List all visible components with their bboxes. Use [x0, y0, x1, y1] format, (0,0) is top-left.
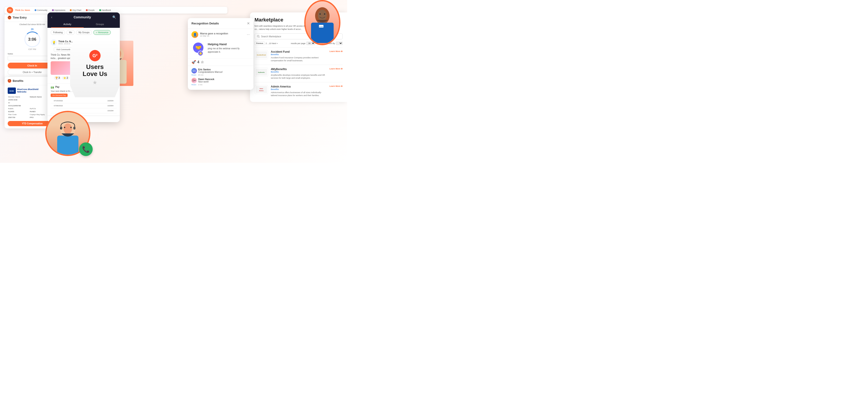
- prev-page-button[interactable]: Previous: [254, 41, 265, 45]
- svg-point-15: [70, 127, 72, 128]
- 4mybenefits-logo: 4myBenefits: [254, 68, 268, 77]
- comment-section: ES Eric Santos Congratulations Marcus! R…: [188, 66, 253, 90]
- svg-rect-12: [57, 135, 79, 155]
- admin-america-logo: Admin America: [254, 85, 268, 94]
- comment-2-text: Nice work!: [198, 81, 214, 83]
- market-item-3-desc: AdminAmerica offers businesses of all si…: [271, 91, 327, 97]
- filter-tabs: Following Me My Groups ✓ Announce: [48, 28, 120, 37]
- comment-2-time: 2 min: [198, 84, 203, 86]
- g2-logo: G²: [89, 50, 101, 61]
- recognition-reactions: 🚀 4 ☆: [188, 58, 253, 66]
- market-item-3-info: Admin America Benefits AdminAmerica offe…: [271, 85, 327, 97]
- nav-item-orgchart[interactable]: Org Chart: [68, 8, 83, 12]
- clock-number: 26: [31, 28, 33, 31]
- filter-me[interactable]: Me: [66, 30, 74, 35]
- svg-rect-18: [60, 128, 61, 129]
- recognition-date: on Mar 15: [200, 35, 228, 37]
- badge-name: Helping Hand: [208, 42, 250, 46]
- pagination: Previous 2 ...10 Next »: [254, 41, 278, 45]
- activity-row-2: 07/08/2022 102004: [51, 103, 117, 108]
- svg-text:4myBenefits: 4myBenefits: [258, 72, 265, 73]
- svg-point-2: [257, 35, 259, 37]
- reaction-emoji: 🚀: [191, 60, 196, 64]
- rx-bin-value: 610455: [8, 111, 29, 113]
- nav-item-people[interactable]: People: [85, 8, 96, 12]
- giver-avatar: 👤: [191, 31, 198, 38]
- per-page-label: results per page: [291, 42, 306, 44]
- benefits-title: Benefits: [13, 80, 23, 83]
- svg-rect-8: [256, 86, 267, 93]
- svg-point-13: [64, 123, 72, 134]
- svg-rect-17: [73, 127, 75, 130]
- recognition-message: ping me at the webinar event lly appreci…: [208, 47, 250, 54]
- svg-point-25: [319, 13, 321, 15]
- community-header: ‹ Community 🔍 Activity Groups: [48, 12, 120, 28]
- market-item-1-learn-more[interactable]: Learn More ⊕: [329, 50, 343, 53]
- shield-icon: ⏱: [8, 16, 11, 20]
- tab-activity[interactable]: Activity: [51, 21, 84, 28]
- market-item-3-learn-more[interactable]: Learn More ⊕: [329, 85, 343, 87]
- page-range: 2 ...10 Next »: [266, 42, 278, 44]
- community-title: Community: [74, 15, 91, 19]
- comment-2-react[interactable]: React: [191, 84, 196, 86]
- star-icon: ☆: [201, 60, 204, 64]
- giver-name: Marna gave a recognition: [200, 32, 228, 35]
- market-item-3-category: Benefits: [271, 88, 327, 90]
- accident-fund-logo: AccidentFund: [254, 50, 268, 59]
- market-item-2-learn-more[interactable]: Learn More ⊕: [329, 68, 343, 70]
- bc-logo-badge: BCBS: [8, 88, 16, 94]
- helping-hand-badge: 🤝 🌟: [191, 42, 205, 56]
- ann-logo: 💡: [51, 39, 57, 46]
- comment-item-1: ES Eric Santos Congratulations Marcus! R…: [191, 68, 250, 76]
- nav-item-impressions[interactable]: Impressions: [51, 8, 67, 12]
- nav-logo: TC: [7, 7, 13, 13]
- filter-mygroups[interactable]: My Groups: [76, 30, 92, 35]
- more-options-icon[interactable]: ···: [247, 33, 250, 37]
- filter-announce[interactable]: ✓ Announce: [93, 30, 111, 35]
- community-tabs: Activity Groups: [51, 21, 116, 28]
- comment-1-author: Eric Santos: [198, 68, 223, 71]
- market-item-1-name: Accident Fund: [271, 50, 327, 53]
- on-demand-pay-button[interactable]: On Demand Pay: [51, 94, 68, 97]
- tab-groups[interactable]: Groups: [84, 21, 116, 28]
- recognition-badge-info: Helping Hand ping me at the webinar even…: [208, 42, 250, 54]
- market-item-2: 4myBenefits 4MyBenefits Benefits 4myBene…: [254, 65, 343, 82]
- market-item-1-desc: Accident Fund Insurance Company provides…: [271, 56, 327, 62]
- svg-point-14: [64, 127, 65, 128]
- badge-text: Users Love Us: [83, 64, 107, 77]
- clock-timezone: CST PM: [29, 48, 36, 51]
- comment-item-2: DH Dawn Hancock Nice work! React 2 min: [191, 78, 250, 86]
- recognition-badge-area: 🤝 🌟 Helping Hand ping me at the webinar …: [188, 40, 253, 58]
- comment-1-time: 20 min: [198, 74, 204, 76]
- filter-following[interactable]: Following: [51, 30, 65, 35]
- community-search-button[interactable]: 🔍: [112, 15, 116, 19]
- reaction-count: 4: [197, 60, 199, 64]
- svg-text:AccidentFund: AccidentFund: [257, 54, 266, 56]
- plan-code-label: Plan Code: [8, 113, 29, 116]
- nav-item-community[interactable]: Community: [33, 8, 49, 12]
- back-button[interactable]: ‹: [51, 15, 52, 19]
- phone-icon-badge: 📞: [79, 143, 93, 156]
- comment-1-text: Congratulations Marcus!: [198, 71, 223, 73]
- market-item-1: AccidentFund Accident Fund Benefits Acci…: [254, 47, 343, 65]
- market-item-2-desc: 4myBenefits develops innovative employee…: [271, 74, 327, 80]
- pay-title: Pay: [55, 86, 59, 88]
- recognition-giver: 👤 Marna gave a recognition on Mar 15 ···: [188, 29, 253, 40]
- plan-code-value: 2597759: [8, 116, 29, 119]
- recognition-close-button[interactable]: ✕: [247, 21, 250, 26]
- market-item-1-info: Accident Fund Benefits Accident Fund Ins…: [271, 50, 327, 62]
- bc-plan-name: BlueCross BlueShieldNebraska: [17, 88, 38, 93]
- nav-item-handbook[interactable]: Handbook: [98, 8, 112, 12]
- search-icon: [257, 35, 260, 38]
- svg-text:Admin: Admin: [259, 88, 263, 89]
- svg-point-26: [324, 13, 325, 15]
- sort-select[interactable]: [336, 41, 343, 45]
- market-item-2-name: 4MyBenefits: [271, 68, 327, 71]
- recognition-title: Recognition Details: [191, 22, 219, 25]
- comment-1-react[interactable]: React: [191, 74, 196, 76]
- rx-bin-label: RxBIN: [8, 107, 29, 110]
- svg-point-24: [318, 10, 327, 21]
- svg-text:BCBS: BCBS: [9, 90, 14, 92]
- time-entry-title: Time Entry: [13, 16, 27, 19]
- clock-ring: 3:06: [24, 31, 40, 47]
